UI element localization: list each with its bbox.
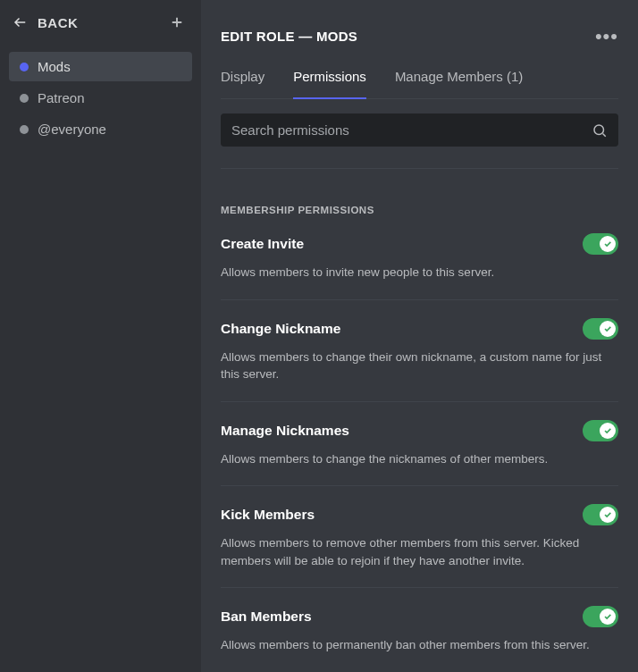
permission-toggle[interactable]: [583, 420, 618, 441]
check-icon: [600, 423, 616, 439]
permission-toggle[interactable]: [583, 233, 618, 255]
main-header: EDIT ROLE — MODS •••: [221, 29, 618, 44]
sidebar-header: BACK: [9, 9, 192, 43]
tabs: Display Permissions Manage Members (1): [221, 69, 618, 99]
permission-toggle[interactable]: [583, 504, 618, 525]
role-item-mods[interactable]: Mods: [9, 52, 192, 81]
search-wrap: [221, 113, 618, 147]
role-item-patreon[interactable]: Patreon: [9, 83, 192, 113]
permission-ban-members: Ban Members Allows members to permanentl…: [221, 588, 618, 672]
permission-desc: Allows members to change their own nickn…: [221, 349, 618, 383]
arrow-left-icon: [13, 14, 29, 30]
permission-change-nickname: Change Nickname Allows members to change…: [221, 300, 618, 402]
permission-title: Change Nickname: [221, 321, 340, 337]
add-role-button[interactable]: [169, 14, 185, 30]
role-label: Mods: [38, 59, 71, 74]
back-button[interactable]: BACK: [13, 14, 78, 30]
back-label: BACK: [38, 15, 78, 30]
permission-desc: Allows members to change the nicknames o…: [221, 450, 618, 468]
role-color-dot: [20, 63, 29, 71]
check-icon: [600, 507, 616, 523]
role-label: Patreon: [38, 90, 85, 105]
permission-toggle[interactable]: [583, 606, 618, 627]
check-icon: [600, 609, 616, 625]
permission-create-invite: Create Invite Allows members to invite n…: [221, 215, 618, 300]
role-color-dot: [20, 125, 29, 134]
permission-title: Create Invite: [221, 236, 304, 252]
permission-kick-members: Kick Members Allows members to remove ot…: [221, 486, 618, 588]
permissions-list: Create Invite Allows members to invite n…: [221, 215, 618, 672]
permission-desc: Allows members to invite new people to t…: [221, 264, 618, 281]
role-color-dot: [20, 94, 29, 103]
role-list: Mods Patreon @everyone: [9, 52, 192, 144]
tab-permissions[interactable]: Permissions: [293, 69, 366, 98]
role-label: @everyone: [38, 122, 106, 137]
roles-sidebar: BACK Mods Patreon @everyone: [0, 0, 201, 672]
tab-display[interactable]: Display: [221, 69, 264, 98]
permission-desc: Allows members to remove other members f…: [221, 534, 618, 569]
search-input[interactable]: [221, 113, 618, 147]
role-item-everyone[interactable]: @everyone: [9, 114, 192, 144]
section-header: MEMBERSHIP PERMISSIONS: [221, 205, 618, 215]
divider: [221, 168, 618, 169]
svg-point-0: [594, 125, 604, 135]
check-icon: [600, 236, 616, 252]
check-icon: [600, 321, 616, 337]
tab-manage-members[interactable]: Manage Members (1): [395, 69, 523, 98]
page-title: EDIT ROLE — MODS: [221, 29, 357, 44]
permission-manage-nicknames: Manage Nicknames Allows members to chang…: [221, 402, 618, 487]
permission-title: Kick Members: [221, 507, 315, 523]
search-icon: [592, 122, 608, 139]
permission-toggle[interactable]: [583, 318, 618, 340]
permission-title: Ban Members: [221, 609, 312, 625]
main-panel: EDIT ROLE — MODS ••• Display Permissions…: [201, 0, 638, 672]
permission-title: Manage Nicknames: [221, 423, 349, 439]
permission-desc: Allows members to permanently ban other …: [221, 636, 618, 654]
